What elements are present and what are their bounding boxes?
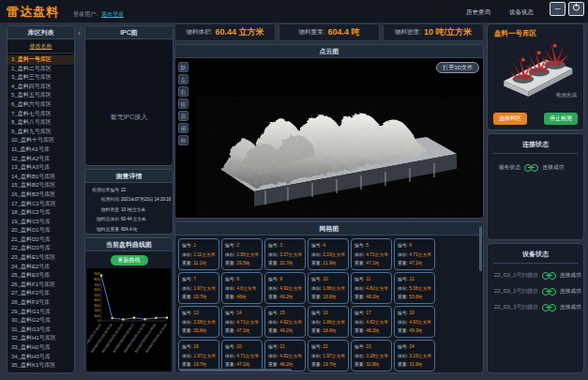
grid-cell[interactable]: 编号: 17体积: 4.82立方米重量: 48.2吨 (351, 306, 392, 338)
sidebar-item[interactable]: 23_盘料E1号库区 (8, 253, 74, 263)
grid-cell[interactable]: 编号: 12体积: 5.36立方米重量: 53.6吨 (394, 272, 435, 304)
sidebar-item[interactable]: 18_盘料C2号库 (8, 208, 74, 218)
sidebar-item[interactable]: 21_盘料D2号库 (8, 236, 74, 245)
grid-cell[interactable]: 编号: 11体积: 4.82立方米重量: 48.2吨 (351, 272, 392, 304)
grid-cell[interactable]: 编号: 4体积: 2.19立方米重量: 21.9吨 (308, 238, 349, 270)
minimize-button[interactable]: ─ (550, 2, 565, 16)
grid-cell[interactable]: 编号: 9体积: 4.92立方米重量: 49.2吨 (264, 272, 306, 304)
sidebar-item[interactable]: 31_盘料G3号库 (8, 326, 74, 335)
sidebar-item[interactable]: 6_盘料六号库区 (8, 100, 74, 110)
sidebar-item[interactable]: 13_盘料A3号库 (8, 163, 74, 173)
grid-cell[interactable]: 编号: 15体积: 4.92立方米重量: 49.2吨 (264, 306, 306, 338)
status-row: 22_D3_1号扫描仪连接成功 (488, 264, 583, 280)
sidebar-item[interactable]: 4_盘料四号库区 (8, 83, 74, 92)
sidebar-item[interactable]: 29_盘料G1号库 (8, 308, 74, 317)
connection-status-title: 连接状态 (488, 134, 583, 153)
rename-link[interactable]: 修改名称 (8, 39, 74, 53)
grid-cell[interactable]: 编号: 8体积: 4.6立方米重量: 46吨 (221, 272, 263, 304)
grid-cell[interactable]: 编号: 14体积: 4.71立方米重量: 47.1吨 (221, 306, 263, 338)
grid-cell[interactable]: 编号: 13体积: 2.08立方米重量: 20.8吨 (178, 306, 219, 338)
detail-row: 检测结果编号22 (87, 186, 171, 195)
point-cloud-viewport[interactable]: 默左右前后俯仰 打开3D文件 (175, 58, 483, 218)
sidebar-item[interactable]: 27_盘料F2号库 (8, 289, 74, 298)
view-button-后[interactable]: 后 (178, 111, 188, 121)
sidebar-item[interactable]: 22_盘料D3号库 (8, 244, 74, 253)
point-cloud-title: 点云图 (175, 45, 483, 58)
link-connected-icon (542, 272, 556, 279)
sidebar-item[interactable]: 11_盘料A1号库 (8, 145, 74, 155)
sidebar-item[interactable]: 3_盘料三号库区 (8, 73, 74, 83)
point-cloud-render (175, 58, 483, 218)
grid-cell[interactable]: 编号: 19体积: 1.97立方米重量: 19.7吨 (178, 340, 219, 372)
sidebar-item[interactable]: 25_盘料E3号库 (8, 271, 74, 281)
sidebar-item[interactable]: 30_盘料G2号库 (8, 316, 74, 326)
top-bar: 雷达盘料 登录用户: 退出登录 历史查询 设备状态 ─ (0, 0, 588, 23)
svg-text:500: 500 (94, 294, 99, 297)
sidebar-item[interactable]: 20_盘料D1号库 (8, 226, 74, 236)
grid-cell[interactable]: 编号: 3体积: 3.27立方米重量: 32.7吨 (264, 238, 306, 270)
detail-row: 检测时间2021年07月23日 14:20:16 (87, 195, 171, 205)
stop-detection-button[interactable]: 停止检测 (544, 113, 578, 125)
grid-cell[interactable]: 编号: 16体积: 1.86立方米重量: 18.6吨 (308, 306, 349, 338)
grid-cell[interactable]: 编号: 1体积: 1.11立方米重量: 11.1吨 (178, 238, 219, 270)
sidebar-item[interactable]: 17_盘料C1号库区 (8, 200, 74, 209)
sidebar-item[interactable]: 33_盘料H2号库 (8, 343, 74, 353)
grid-cell[interactable]: 编号: 20体积: 4.71立方米重量: 47.1吨 (221, 340, 263, 372)
sidebar-item[interactable]: 12_盘料A2号库 (8, 155, 74, 164)
grid-cell[interactable]: 编号: 10体积: 1.86立方米重量: 18.6吨 (308, 272, 349, 304)
stat-volume: 物料体积: 60.44 立方米 (174, 23, 276, 41)
open-3d-file-button[interactable]: 打开3D文件 (436, 62, 479, 73)
sidebar-item[interactable]: 34_盘料H3号库 (8, 353, 74, 362)
view-button-左[interactable]: 左 (178, 74, 188, 84)
grid-cell[interactable]: 编号: 24体积: 3.19立方米重量: 31.9吨 (394, 340, 435, 372)
power-button[interactable] (568, 2, 584, 16)
sidebar-collapse-handle[interactable]: ‹ (76, 25, 83, 42)
svg-text:600: 600 (94, 288, 99, 292)
grid-cell[interactable]: 编号: 6体积: 4.71立方米重量: 47.1吨 (394, 238, 435, 270)
view-button-俯[interactable]: 俯 (178, 123, 188, 133)
sidebar-item[interactable]: 15_盘料B2号库区 (8, 181, 74, 190)
sidebar-item[interactable]: 26_盘料F1号库区 (8, 281, 74, 290)
logout-link[interactable]: 退出登录 (101, 10, 124, 19)
svg-text:800: 800 (94, 278, 99, 281)
grid-cell[interactable]: 编号: 21体积: 4.82立方米重量: 48.2吨 (264, 340, 306, 372)
grid-cells: 编号: 1体积: 1.11立方米重量: 11.1吨编号: 2体积: 2.95立方… (175, 236, 483, 373)
sidebar-item[interactable]: 19_盘料C3号库 (8, 218, 74, 227)
history-query-button[interactable]: 历史查询 (466, 8, 490, 17)
sidebar-item[interactable]: 1_盘料一号库区 (8, 55, 74, 65)
sidebar-item[interactable]: 7_盘料七号库区 (8, 110, 74, 119)
sidebar-item[interactable]: 5_盘料五号库区 (8, 91, 74, 100)
grid-cell[interactable]: 编号: 2体积: 2.95立方米重量: 29.5吨 (221, 238, 263, 270)
curve-panel: 当前盘料曲线图 更新曲线 010020030040050060070080090… (84, 237, 173, 373)
storage-area-list: 1_盘料一号库区2_盘料二号库区3_盘料三号库区4_盘料四号库区5_盘料五号库区… (8, 53, 74, 371)
device-status-button[interactable]: 设备状态 (509, 8, 534, 17)
grid-panel-title: 网格图 (175, 222, 483, 236)
sidebar-item[interactable]: 2_盘料二号库区 (8, 65, 74, 74)
grid-cell[interactable]: 编号: 5体积: 4.71立方米重量: 47.1吨 (351, 238, 392, 270)
grid-cell[interactable]: 编号: 18体积: 4.93立方米重量: 49.3吨 (394, 306, 435, 338)
view-button-右[interactable]: 右 (178, 86, 188, 97)
update-curve-button[interactable]: 更新曲线 (111, 255, 148, 266)
detail-row: 物料密度10 吨/立方米 (87, 205, 171, 215)
status-row: 服务状态连接成功 (488, 154, 583, 172)
detail-row: 物料总体积60.44 立方米 (87, 215, 171, 224)
sidebar-item[interactable]: 9_盘料九号库区 (8, 128, 74, 137)
sidebar-item[interactable]: 35_盘料K1号库区 (8, 361, 74, 371)
active-zone-panel: 盘料一号库区 检测完成 选择料区 停止检测 (487, 23, 584, 130)
grid-cell[interactable]: 编号: 7体积: 1.97立方米重量: 19.7吨 (178, 272, 219, 304)
sidebar-item[interactable]: 16_盘料B3号库区 (8, 190, 74, 200)
sidebar-item[interactable]: 28_盘料F3号库 (8, 298, 74, 308)
grid-cell[interactable]: 编号: 22体积: 1.97立方米重量: 19.7吨 (308, 340, 349, 372)
view-button-仰[interactable]: 仰 (178, 135, 188, 145)
sidebar-item[interactable]: 10_盘料十号库区 (8, 136, 74, 145)
view-button-前[interactable]: 前 (178, 99, 188, 109)
sidebar-item[interactable]: 8_盘料八号库区 (8, 118, 74, 128)
sidebar-item[interactable]: 32_盘料H1号库区 (8, 334, 74, 343)
select-zone-button[interactable]: 选择料区 (493, 113, 527, 125)
sidebar-item[interactable]: 24_盘料E2号库 (8, 263, 74, 272)
grid-horizontal-scrollbar[interactable] (179, 369, 292, 372)
grid-cell[interactable]: 编号: 23体积: 3.28立方米重量: 32.8吨 (351, 340, 392, 372)
grid-vertical-scrollbar[interactable] (479, 226, 482, 271)
view-button-默[interactable]: 默 (178, 62, 188, 72)
sidebar-item[interactable]: 14_盘料B1号库区 (8, 173, 74, 182)
